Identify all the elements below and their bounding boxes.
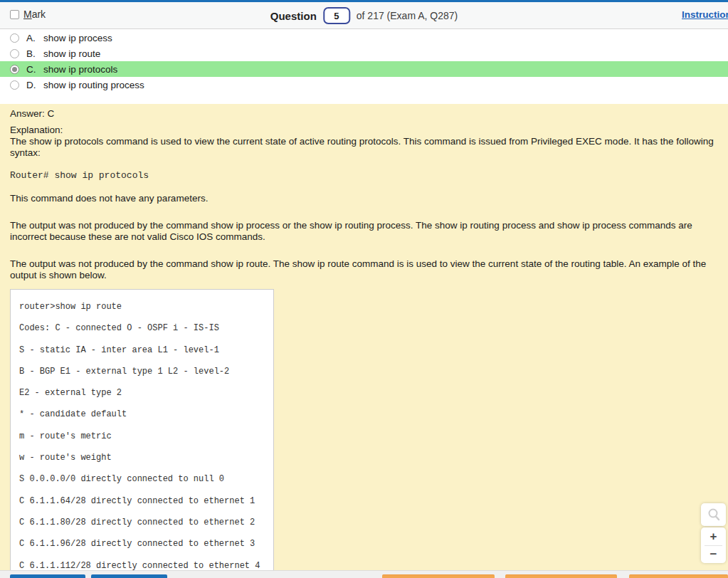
code-line: C 6.1.1.96/28 directly connected to ethe… <box>19 533 265 555</box>
option-letter: B. <box>26 48 43 59</box>
answer-line: Answer: C <box>10 108 718 120</box>
radio-selected-icon[interactable] <box>10 65 19 74</box>
mark-checkbox-group[interactable]: Mark <box>10 9 46 20</box>
zoom-in-button[interactable]: + <box>701 527 726 545</box>
question-number-box[interactable]: 5 <box>323 7 350 24</box>
explanation-paragraph: The output was not produced by the comma… <box>10 220 718 243</box>
exam-window: Mark Question 5 of 217 (Exam A, Q287) In… <box>0 0 728 578</box>
code-line: Codes: C - connected O - OSPF i - IS-IS <box>19 317 265 339</box>
option-b[interactable]: B. show ip route <box>0 46 728 61</box>
bottom-button-3[interactable] <box>382 574 495 578</box>
code-line: B - BGP E1 - external type 1 L2 - level-… <box>19 361 265 382</box>
zoom-stepper: + − <box>701 527 726 563</box>
code-line: E2 - external type 2 <box>19 382 265 404</box>
option-text: show ip protocols <box>43 64 117 75</box>
option-text: show ip routing process <box>43 80 144 90</box>
question-label: Question <box>270 10 317 22</box>
explanation-paragraph: The output was not produced by the comma… <box>10 258 718 281</box>
bottom-button-4[interactable] <box>505 574 617 578</box>
zoom-out-button[interactable]: − <box>701 546 726 564</box>
explanation-label: Explanation: <box>10 125 718 136</box>
answer-options: A. show ip process B. show ip route C. s… <box>0 30 728 93</box>
option-d[interactable]: D. show ip routing process <box>0 77 728 93</box>
magnifier-button[interactable] <box>701 503 726 526</box>
option-text: show ip route <box>43 48 100 59</box>
question-counter: Question 5 of 217 (Exam A, Q287) <box>270 2 458 29</box>
option-letter: A. <box>26 33 43 43</box>
explanation-paragraph: This command does not have any parameter… <box>10 193 718 204</box>
bottom-toolbar <box>0 570 728 578</box>
route-output-block: router>show ip route Codes: C - connecte… <box>10 289 274 578</box>
code-line: S 0.0.0.0/0 directly connected to null 0 <box>19 468 265 490</box>
bottom-button-1[interactable] <box>10 574 85 578</box>
option-text: show ip process <box>43 33 112 43</box>
mark-label: Mark <box>23 9 46 20</box>
code-line: m - route's metric <box>19 426 265 447</box>
radio-icon[interactable] <box>10 80 19 90</box>
code-line: S - static IA - inter area L1 - level-1 <box>19 340 265 361</box>
mark-checkbox[interactable] <box>10 10 19 19</box>
magnifier-icon <box>707 508 721 522</box>
bottom-button-2[interactable] <box>91 574 167 578</box>
option-letter: C. <box>26 64 43 75</box>
code-line: w - route's weight <box>19 447 265 468</box>
explanation-paragraph: The show ip protocols command is used to… <box>10 136 718 159</box>
question-meta: of 217 (Exam A, Q287) <box>357 10 458 21</box>
radio-icon[interactable] <box>10 49 19 58</box>
option-c-selected[interactable]: C. show ip protocols <box>0 61 728 77</box>
option-a[interactable]: A. show ip process <box>0 30 728 46</box>
option-letter: D. <box>26 80 43 90</box>
bottom-button-5[interactable] <box>629 574 728 578</box>
question-header: Mark Question 5 of 217 (Exam A, Q287) In… <box>0 2 728 29</box>
instructions-link[interactable]: Instructions <box>682 9 728 20</box>
explanation-panel: Answer: C Explanation: The show ip proto… <box>0 104 728 571</box>
command-sample: Router# show ip protocols <box>10 170 718 182</box>
code-line: C 6.1.1.64/28 directly connected to ethe… <box>19 490 265 512</box>
code-line: C 6.1.1.80/28 directly connected to ethe… <box>19 512 265 533</box>
code-line: * - candidate default <box>19 404 265 425</box>
code-line: router>show ip route <box>19 296 265 317</box>
radio-icon[interactable] <box>10 33 19 43</box>
